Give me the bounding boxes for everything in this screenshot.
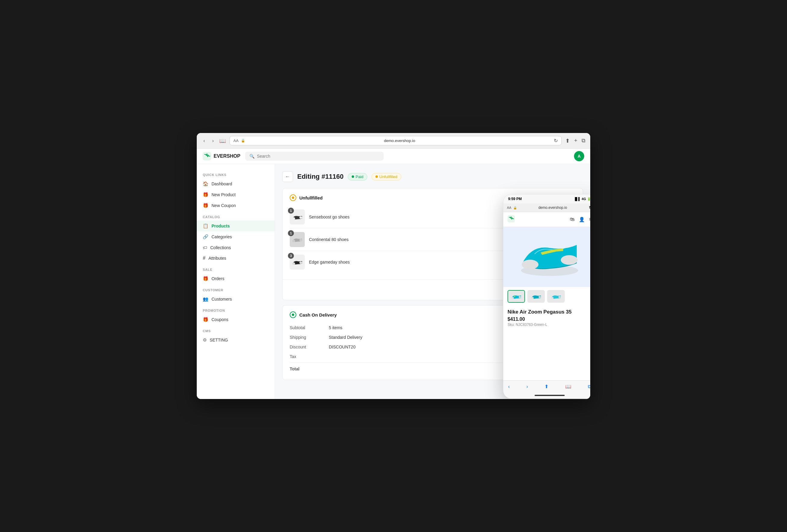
item-qty-3: 3 [288,253,294,259]
mobile-nav-back[interactable]: ‹ [508,384,510,389]
svg-point-14 [538,296,541,298]
home-indicator-bar [535,395,565,396]
search-input[interactable] [257,154,379,158]
new-tab-icon[interactable]: + [574,137,577,144]
back-button[interactable]: ← [282,171,293,182]
mobile-overlay: 9:59 PM ▐▌▌ 4G 🔋 AA 🔒 demo.evershop.io ↻ [503,194,590,399]
mobile-nav-share[interactable]: ⬆ [545,384,549,389]
sidebar-item-categories[interactable]: 🔗 Categories [197,231,275,242]
mobile-nav-tabs[interactable]: ⧉ [588,384,590,389]
svg-point-5 [292,262,295,265]
sidebar-item-collections[interactable]: 🏷 Collections [197,242,275,253]
item-qty-2: 1 [288,230,294,236]
mobile-cart-icon[interactable]: 🛍 [570,217,575,222]
mobile-url: demo.evershop.io [519,206,587,210]
new-product-icon: 🎁 [203,192,209,197]
svg-point-2 [299,216,302,219]
cms-label: CMS [197,325,275,335]
sidebar-item-new-product[interactable]: 🎁 New Product [197,189,275,200]
logo[interactable]: EVERSHOP [203,152,240,161]
tabs-icon[interactable]: ⧉ [581,137,586,144]
app-container: EVERSHOP 🔍 A QUICK LINKS 🏠 Dashboard 🎁 [197,149,590,399]
signal-bars: ▐▌▌ [574,197,581,201]
browser-actions: ⬆ + ⧉ [565,137,586,144]
paid-badge-dot [352,175,354,178]
share-icon[interactable]: ⬆ [565,137,570,144]
bookmarks-icon[interactable]: 📖 [219,137,226,144]
mobile-signal-icons: ▐▌▌ 4G 🔋 [574,197,590,201]
cod-status-icon [290,312,296,318]
catalog-label: CATALOG [197,211,275,220]
mobile-home-indicator [503,392,590,398]
item-name-1: Senseboost go shoes [309,215,501,219]
mobile-logo[interactable] [508,215,515,224]
mobile-aa-label: AA [507,206,511,209]
section-title-cod: Cash On Delivery [299,312,337,317]
sidebar-item-orders[interactable]: 🎁 Orders [197,273,275,284]
sidebar: QUICK LINKS 🏠 Dashboard 🎁 New Product 🎁 … [197,164,275,399]
item-name-2: Continental 80 shoes [309,237,501,242]
svg-point-9 [522,260,538,269]
unfulfilled-badge: Unfullfilled [371,173,401,180]
mobile-nav-bookmarks[interactable]: 📖 [565,384,571,389]
sidebar-item-coupons[interactable]: 🎁 Coupons [197,314,275,325]
back-button[interactable]: ‹ [201,137,207,145]
url-display: demo.evershop.io [248,139,551,143]
subtotal-label: Subtotal [290,325,329,330]
forward-button[interactable]: › [210,137,215,145]
mobile-status-bar: 9:59 PM ▐▌▌ 4G 🔋 [503,194,590,204]
sidebar-item-new-coupon[interactable]: 🎁 New Coupon [197,200,275,211]
svg-point-4 [299,239,302,241]
item-name-3: Edge gameday shoes [309,260,501,264]
svg-point-3 [292,240,295,242]
sidebar-item-dashboard[interactable]: 🏠 Dashboard [197,178,275,189]
app-header: EVERSHOP 🔍 A [197,149,590,164]
setting-icon: ⚙ [203,337,207,343]
products-icon: 📋 [203,223,209,229]
avatar[interactable]: A [574,151,584,161]
home-icon: 🏠 [203,181,209,187]
mobile-thumbnails [503,287,590,306]
mobile-nav-forward[interactable]: › [527,384,528,389]
mobile-address-bar[interactable]: AA 🔒 demo.evershop.io ↻ [503,204,590,212]
thumbnail-2[interactable] [527,290,545,303]
mobile-nav-icons: 🛍 👤 ≡ [570,217,590,222]
mobile-product-sku: Sku: NJC83763-Green-L [508,323,590,327]
signal-type: 4G [581,197,586,201]
section-title-unfulfilled: Unfullfilled [299,195,323,200]
collections-icon: 🏷 [203,245,207,250]
logo-text: EVERSHOP [214,153,240,159]
customer-label: CUSTOMER [197,284,275,294]
svg-point-6 [299,261,302,264]
sidebar-item-customers[interactable]: 👥 Customers [197,294,275,304]
svg-point-12 [519,296,521,298]
sidebar-item-products[interactable]: 📋 Products [197,220,275,231]
mobile-product-info: Nike Air Zoom Pegasus 35 $411.00 Sku: NJ… [503,306,590,380]
mobile-product-price: $411.00 [508,317,590,322]
total-label: Total [290,366,329,371]
item-qty-1: 1 [288,208,294,214]
thumbnail-1[interactable] [508,290,525,303]
page-header: ← Editing #11160 Paid Unfullfilled [282,171,583,182]
attributes-icon: # [203,255,206,261]
sidebar-item-attributes[interactable]: # Attributes [197,253,275,263]
svg-point-15 [551,297,554,299]
mobile-product-name: Nike Air Zoom Pegasus 35 [508,309,590,315]
main-content: ← Editing #11160 Paid Unfullfilled [275,164,590,399]
thumbnail-3[interactable] [547,290,565,303]
mobile-menu-icon[interactable]: ≡ [589,217,590,222]
search-bar[interactable]: 🔍 [245,152,384,161]
address-bar[interactable]: AA 🔒 demo.evershop.io ↻ [230,136,562,145]
mobile-refresh-icon[interactable]: ↻ [589,205,590,210]
mobile-time: 9:59 PM [508,197,522,201]
sidebar-item-setting[interactable]: ⚙ SETTING [197,335,275,345]
quick-links-label: QUICK LINKS [197,169,275,178]
tax-label: Tax [290,354,329,359]
item-image-wrap-3: 3 [290,255,305,270]
lock-icon: 🔒 [241,139,245,143]
refresh-icon[interactable]: ↻ [554,138,558,144]
svg-point-10 [561,255,578,265]
svg-point-16 [558,296,561,298]
new-coupon-icon: 🎁 [203,203,209,208]
mobile-user-icon[interactable]: 👤 [579,217,585,222]
